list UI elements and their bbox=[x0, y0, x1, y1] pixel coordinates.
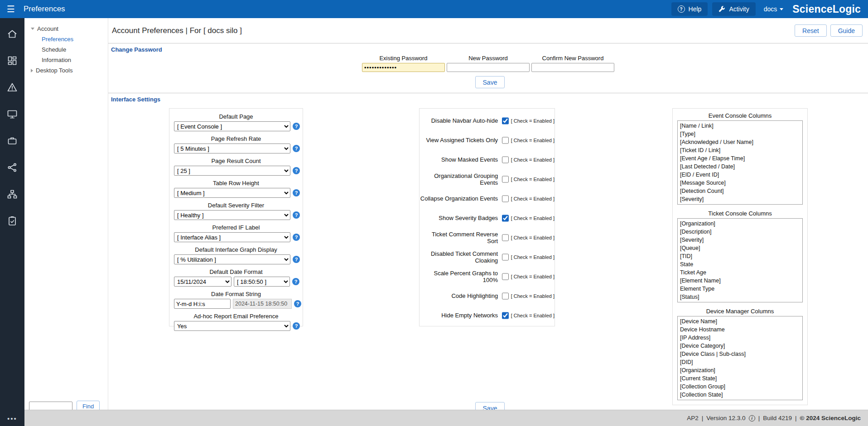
checkbox-ticket-comment-reverse-sort[interactable] bbox=[502, 234, 509, 241]
default-date-select[interactable]: 15/11/2024 bbox=[174, 277, 231, 287]
activity-button[interactable]: Activity bbox=[712, 2, 755, 16]
checkbox-disabled-ticket-comment-cloaking[interactable] bbox=[502, 254, 509, 261]
subnav-item-preferences[interactable]: Preferences bbox=[24, 34, 108, 44]
checkbox-show-severity-badges[interactable] bbox=[502, 215, 509, 222]
events-icon[interactable] bbox=[6, 81, 18, 93]
columns-list-item[interactable]: [Current State] bbox=[678, 374, 802, 383]
help-icon[interactable]: ? bbox=[293, 189, 300, 196]
subnav-item-information[interactable]: Information bbox=[24, 55, 108, 65]
checkbox-scale-percent-graphs-to-100[interactable] bbox=[502, 273, 509, 280]
help-icon[interactable]: ? bbox=[294, 300, 301, 307]
columns-list-item[interactable]: Device Hostname bbox=[678, 325, 802, 334]
columns-list-item[interactable]: [Ticket ID / Link] bbox=[678, 146, 802, 154]
subnav-group-account[interactable]: Account bbox=[24, 24, 108, 34]
help-icon[interactable]: ? bbox=[293, 123, 300, 130]
columns-list-item[interactable]: [TID] bbox=[678, 252, 802, 260]
tasks-icon[interactable] bbox=[6, 215, 18, 227]
columns-listbox-ticket-console-columns[interactable]: [Organization][Description][Severity][Qu… bbox=[677, 218, 803, 302]
subnav-group-label: Account bbox=[37, 25, 58, 32]
help-icon[interactable]: ? bbox=[293, 256, 300, 263]
footer-separator: | bbox=[702, 415, 704, 421]
default-severity-filter-select[interactable]: [ Healthy ] bbox=[174, 210, 290, 220]
default-page-select[interactable]: [ Event Console ] bbox=[174, 121, 290, 131]
subnav-item-schedule[interactable]: Schedule bbox=[24, 44, 108, 55]
help-icon[interactable]: ? bbox=[293, 234, 300, 241]
more-options-icon[interactable]: ••• bbox=[0, 415, 24, 422]
help-icon[interactable]: ? bbox=[293, 322, 300, 330]
columns-list-item[interactable]: [Organization] bbox=[678, 220, 802, 228]
check-enabled-hint: [ Check = Enabled ] bbox=[511, 274, 555, 279]
columns-list-item[interactable]: [DID] bbox=[678, 358, 802, 366]
interface-settings-body: Default Page[ Event Console ]?Page Refre… bbox=[108, 105, 868, 401]
devices-icon[interactable] bbox=[6, 108, 18, 120]
columns-list-item[interactable]: [Element Name] bbox=[678, 277, 802, 285]
change-password-save-button[interactable]: Save bbox=[475, 76, 505, 88]
checkbox-show-masked-events[interactable] bbox=[502, 156, 509, 163]
preferred-if-label-select[interactable]: [ Interface Alias ] bbox=[174, 232, 290, 242]
subnav-group-desktop-tools[interactable]: Desktop Tools bbox=[24, 65, 108, 76]
checkbox-hide-empty-networks[interactable] bbox=[502, 312, 509, 319]
maps-icon[interactable] bbox=[6, 188, 18, 200]
home-icon[interactable] bbox=[6, 28, 18, 40]
columns-list-item[interactable]: [Device Category] bbox=[678, 342, 802, 350]
default-time-select[interactable]: [ 18:50:50 ] bbox=[234, 277, 290, 287]
checkbox-organizational-grouping-events[interactable] bbox=[502, 176, 509, 183]
columns-listbox-device-manager-columns[interactable]: [Device Name]Device Hostname[IP Address]… bbox=[677, 316, 803, 400]
columns-list-item[interactable]: [Device Name] bbox=[678, 317, 802, 325]
page-result-count-select[interactable]: [ 25 ] bbox=[174, 166, 290, 176]
columns-list-item[interactable]: [Severity] bbox=[678, 195, 802, 203]
reset-button[interactable]: Reset bbox=[795, 24, 827, 37]
columns-list-item[interactable]: Ticket Age bbox=[678, 268, 802, 277]
field-label: Page Result Count bbox=[169, 158, 303, 164]
checkbox-collapse-organization-events[interactable] bbox=[502, 195, 509, 202]
checkbox-code-highlighting[interactable] bbox=[502, 292, 509, 300]
page-refresh-rate-select[interactable]: [ 5 Minutes ] bbox=[174, 144, 290, 153]
info-icon[interactable]: i bbox=[749, 415, 755, 421]
user-menu[interactable]: docs bbox=[764, 5, 784, 13]
check-enabled-hint: [ Check = Enabled ] bbox=[511, 196, 555, 201]
activity-button-label: Activity bbox=[729, 5, 749, 13]
columns-list-item[interactable]: [Type] bbox=[678, 130, 802, 138]
existing-password-input[interactable] bbox=[362, 63, 445, 72]
columns-list-item[interactable]: [Detection Count] bbox=[678, 187, 802, 195]
new-password-input[interactable] bbox=[447, 63, 530, 72]
columns-list-item[interactable]: State bbox=[678, 260, 802, 268]
table-row-height-select[interactable]: [ Medium ] bbox=[174, 188, 290, 198]
columns-list-item[interactable]: Element Type bbox=[678, 285, 802, 293]
business-services-icon[interactable] bbox=[6, 135, 18, 147]
columns-list-item[interactable]: [Severity] bbox=[678, 236, 802, 244]
help-icon[interactable]: ? bbox=[293, 211, 300, 219]
dashboards-icon[interactable] bbox=[6, 55, 18, 67]
columns-list-item[interactable]: [Acknowledged / User Name] bbox=[678, 138, 802, 146]
tree-expander-icon[interactable] bbox=[31, 69, 33, 72]
help-icon[interactable]: ? bbox=[293, 145, 300, 152]
default-interface-graph-display-select[interactable]: [ % Utilization ] bbox=[174, 254, 290, 264]
guide-button[interactable]: Guide bbox=[830, 24, 863, 37]
columns-listbox-event-console-columns[interactable]: [Name / Link][Type][Acknowledged / User … bbox=[677, 120, 803, 205]
columns-list-item[interactable]: [EID / Event ID] bbox=[678, 171, 802, 179]
help-icon[interactable]: ? bbox=[292, 278, 299, 285]
columns-list-item[interactable]: [Queue] bbox=[678, 244, 802, 252]
columns-list-item[interactable]: [Status] bbox=[678, 293, 802, 301]
columns-list-item[interactable]: [Device Class | Sub-class] bbox=[678, 350, 802, 358]
confirm-new-password-input[interactable] bbox=[531, 63, 614, 72]
checkbox-disable-navbar-auto-hide[interactable] bbox=[502, 117, 509, 124]
columns-list-item[interactable]: [Description] bbox=[678, 228, 802, 236]
columns-list-item[interactable]: [Event Age / Elapse Time] bbox=[678, 154, 802, 163]
tree-expander-icon[interactable] bbox=[31, 28, 34, 30]
columns-list-item[interactable]: [Name / Link] bbox=[678, 122, 802, 130]
help-button[interactable]: ? Help bbox=[671, 2, 708, 16]
columns-list-item[interactable]: [Collection Group] bbox=[678, 383, 802, 391]
columns-list-item[interactable]: [Organization] bbox=[678, 366, 802, 374]
date-format-string-input[interactable] bbox=[174, 299, 231, 309]
help-icon[interactable]: ? bbox=[293, 167, 300, 174]
columns-list-item[interactable]: [IP Address] bbox=[678, 334, 802, 342]
columns-list-item[interactable]: [Collection State] bbox=[678, 391, 802, 399]
columns-list-item[interactable]: [Last Detected / Date] bbox=[678, 163, 802, 171]
hamburger-menu-icon[interactable]: ☰ bbox=[0, 0, 22, 18]
columns-list-item[interactable]: [Message Source] bbox=[678, 179, 802, 187]
automation-icon[interactable] bbox=[6, 162, 18, 173]
checkbox-view-assigned-tickets-only[interactable] bbox=[502, 137, 509, 144]
ad-hoc-report-email-preference-select[interactable]: Yes bbox=[174, 321, 290, 331]
help-circle-icon: ? bbox=[678, 5, 685, 13]
